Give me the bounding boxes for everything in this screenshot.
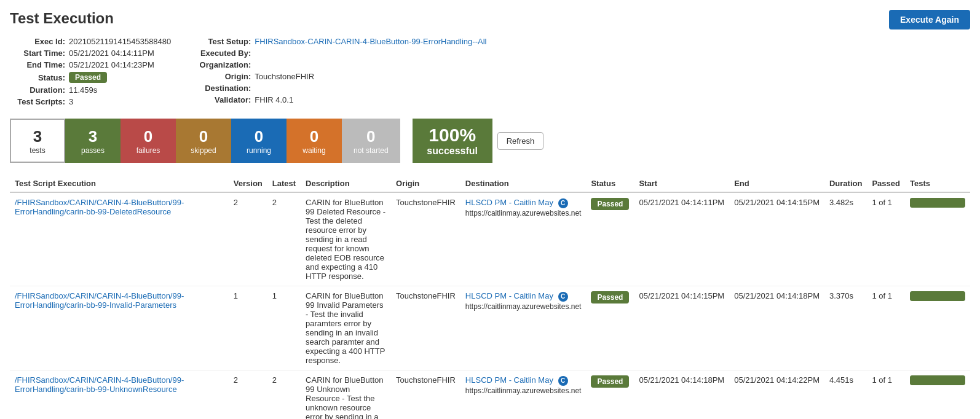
cell-status-2: Passed [586,370,634,420]
cell-description-1: CARIN for BlueButton 99 Invalid Paramete… [301,286,391,370]
failures-label: failures [136,146,160,155]
stat-passes: 3 passes [65,119,121,163]
cell-latest-2: 2 [267,370,301,420]
test-setup-link[interactable]: FHIRSandbox-CARIN-CARIN-4-BlueButton-99-… [255,37,486,46]
test-scripts-value: 3 [69,97,73,106]
success-label: successful [427,146,478,157]
col-duration: Duration [824,175,867,192]
cell-status-1: Passed [586,286,634,370]
test-scripts-label: Test Scripts: [10,97,65,106]
cell-version-1: 1 [229,286,267,370]
cell-duration-0: 3.482s [824,192,867,286]
cell-start-2: 05/21/2021 04:14:18PM [634,370,729,420]
cell-origin-0: TouchstoneFHIR [391,192,460,286]
col-status: Status [586,175,634,192]
progress-bar-fill-0 [910,198,965,208]
cell-script-2: /FHIRSandbox/CARIN/CARIN-4-BlueButton/99… [10,370,229,420]
table-row: /FHIRSandbox/CARIN/CARIN-4-BlueButton/99… [10,192,970,286]
execute-again-button[interactable]: Execute Again [889,10,970,29]
destination-url-1: https://caitlinmay.azurewebsites.net [465,302,582,311]
c-badge-2: C [558,376,568,386]
cell-duration-1: 3.370s [824,286,867,370]
test-setup-label: Test Setup: [196,37,251,46]
cell-origin-2: TouchstoneFHIR [391,370,460,420]
total-number: 3 [33,127,42,146]
col-description: Description [301,175,391,192]
executed-by-label: Executed By: [196,49,251,58]
stat-failures: 0 failures [121,119,176,163]
stats-right: 100% successful Refresh [413,119,544,163]
cell-passed-1: 1 of 1 [867,286,905,370]
col-origin: Origin [391,175,460,192]
cell-status-0: Passed [586,192,634,286]
destination-name-2[interactable]: HLSCD PM - Caitlin May [465,375,553,385]
start-time-label: Start Time: [10,49,65,58]
destination-url-2: https://caitlinmay.azurewebsites.net [465,386,582,395]
passes-label: passes [81,146,105,155]
cell-start-1: 05/21/2021 04:14:15PM [634,286,729,370]
running-label: running [247,146,271,155]
exec-id-label: Exec Id: [10,37,65,46]
col-passed: Passed [867,175,905,192]
status-badge-0: Passed [591,198,629,210]
skipped-label: skipped [191,146,216,155]
cell-destination-1: HLSCD PM - Caitlin May C https://caitlin… [460,286,587,370]
validator-label: Validator: [196,95,251,104]
end-time-value: 05/21/2021 04:14:23PM [69,60,154,69]
cell-version-2: 2 [229,370,267,420]
total-label: tests [30,146,45,155]
refresh-button[interactable]: Refresh [497,132,544,150]
script-link-2[interactable]: /FHIRSandbox/CARIN/CARIN-4-BlueButton/99… [15,375,184,394]
progress-bar-container-1 [910,291,965,301]
cell-tests-2 [905,370,970,420]
status-badge: Passed [69,72,107,83]
exec-id-value: 20210521191415453588480 [69,37,171,46]
cell-tests-0 [905,192,970,286]
skipped-number: 0 [199,127,208,146]
destination-name-0[interactable]: HLSCD PM - Caitlin May [465,198,553,207]
cell-start-0: 05/21/2021 04:14:11PM [634,192,729,286]
script-link-1[interactable]: /FHIRSandbox/CARIN/CARIN-4-BlueButton/99… [15,291,184,310]
stat-not-started: 0 not started [342,119,400,163]
progress-bar-fill-2 [910,375,965,385]
cell-end-2: 05/21/2021 04:14:22PM [729,370,824,420]
destination-label: Destination: [196,84,251,93]
cell-description-2: CARIN for BlueButton 99 Unknown Resource… [301,370,391,420]
progress-bar-container-2 [910,375,965,385]
cell-tests-1 [905,286,970,370]
not-started-number: 0 [366,127,375,146]
origin-value: TouchstoneFHIR [255,72,314,81]
status-label: Status: [10,73,65,82]
cell-description-0: CARIN for BlueButton 99 Deleted Resource… [301,192,391,286]
success-pct: 100% [429,125,476,146]
stat-running: 0 running [231,119,286,163]
table-row: /FHIRSandbox/CARIN/CARIN-4-BlueButton/99… [10,370,970,420]
meta-right: Test Setup: FHIRSandbox-CARIN-CARIN-4-Bl… [196,37,486,106]
waiting-number: 0 [310,127,318,146]
col-tests: Tests [905,175,970,192]
destination-name-1[interactable]: HLSCD PM - Caitlin May [465,291,553,300]
stat-total: 3 tests [10,119,65,163]
end-time-label: End Time: [10,60,65,69]
cell-script-1: /FHIRSandbox/CARIN/CARIN-4-BlueButton/99… [10,286,229,370]
table-header-row: Test Script Execution Version Latest Des… [10,175,970,192]
cell-latest-0: 2 [267,192,301,286]
failures-number: 0 [144,127,152,146]
success-box: 100% successful [413,119,492,163]
cell-script-0: /FHIRSandbox/CARIN/CARIN-4-BlueButton/99… [10,192,229,286]
page-title: Test Execution [10,10,114,27]
validator-value: FHIR 4.0.1 [255,95,293,104]
progress-bar-fill-1 [910,291,965,301]
duration-value: 11.459s [69,85,97,95]
script-link-0[interactable]: /FHIRSandbox/CARIN/CARIN-4-BlueButton/99… [15,198,184,216]
col-latest: Latest [267,175,301,192]
cell-duration-2: 4.451s [824,370,867,420]
passes-number: 3 [89,127,97,146]
cell-destination-2: HLSCD PM - Caitlin May C https://caitlin… [460,370,587,420]
c-badge-0: C [558,198,568,208]
duration-label: Duration: [10,85,65,95]
stat-skipped: 0 skipped [176,119,231,163]
table-row: /FHIRSandbox/CARIN/CARIN-4-BlueButton/99… [10,286,970,370]
origin-label: Origin: [196,72,251,81]
cell-latest-1: 1 [267,286,301,370]
